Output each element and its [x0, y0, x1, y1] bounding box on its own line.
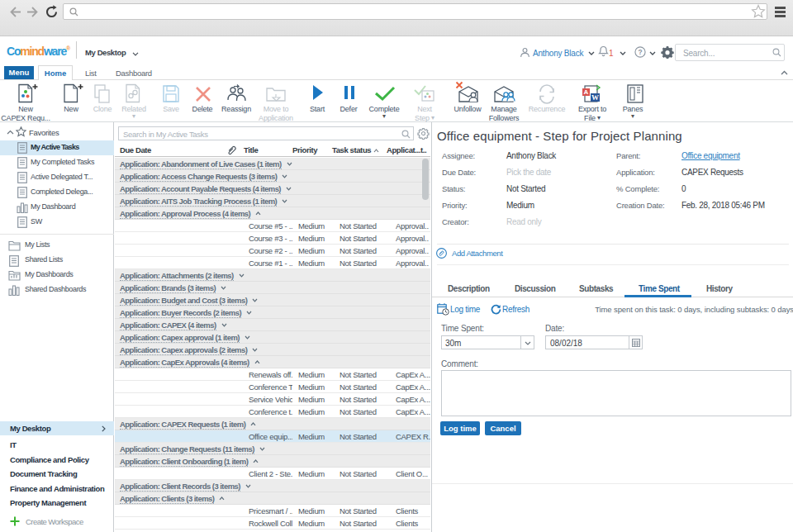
svg-text:W: W	[591, 93, 599, 102]
svg-text:?: ?	[638, 48, 642, 56]
svg-text:A: A	[584, 88, 589, 96]
